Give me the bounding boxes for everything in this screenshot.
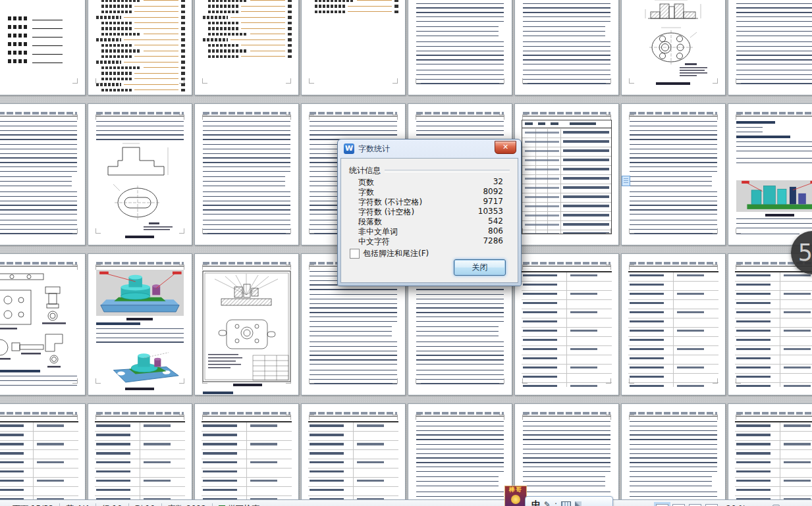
dialog-body: 统计信息 页数32 字数8092 字符数 (不计空格)9717 字符数 (计空格… [340,158,518,283]
review-marker-icon[interactable] [622,176,630,186]
document-page[interactable] [514,0,619,95]
document-page[interactable] [301,0,406,95]
toc-entry [203,32,292,38]
page-header [629,261,718,266]
close-button[interactable]: 关闭 [454,259,506,276]
document-page[interactable] [0,403,86,506]
toc-entry [310,9,398,15]
toc-entry [96,88,185,93]
page-text [310,271,397,387]
checkbox-label: 包括脚注和尾注(F) [363,248,429,259]
outline-view-icon[interactable] [705,504,718,506]
stat-value: 542 [488,216,503,226]
table-of-contents [203,0,292,59]
page-header [522,411,611,417]
stat-label: 字符数 (不计空格) [358,197,422,207]
stat-value: 8092 [483,187,503,197]
page-header [95,261,184,266]
toc-entry [96,65,185,71]
toc-entry [203,26,292,32]
toc-entry [96,9,185,15]
table-of-contents [96,0,185,93]
document-page[interactable] [728,253,812,395]
status-line-indicator: 行 10 [96,503,129,506]
stat-label: 段落数 [358,216,382,226]
document-page[interactable] [0,253,86,395]
status-wordcount-indicator[interactable]: 字数 8092 [162,503,213,506]
tool-menu-icon[interactable] [575,501,582,506]
document-page[interactable] [408,403,512,506]
document-page[interactable] [621,403,726,506]
document-page[interactable] [621,253,726,395]
page-header [95,411,184,417]
document-page[interactable] [514,253,619,395]
two-column-table [95,421,185,506]
document-page[interactable] [88,0,192,95]
table-body [522,129,611,234]
document-page[interactable] [88,103,192,245]
stats-list: 页数32 字数8092 字符数 (不计空格)9717 字符数 (计空格)1035… [358,177,503,246]
fullscreen-view-icon[interactable] [672,504,685,506]
floating-app-icon[interactable]: 棒哥 [504,486,527,506]
two-column-table [628,271,718,387]
document-page[interactable] [194,103,299,245]
page-header [629,411,718,417]
include-footnotes-checkbox[interactable] [350,249,360,259]
two-column-table [0,421,78,506]
document-page[interactable] [301,403,406,506]
page-header [736,111,812,116]
toc-entry [96,20,185,26]
document-page[interactable] [728,403,812,506]
document-page[interactable] [728,103,812,245]
document-page[interactable] [514,103,619,245]
wps-writer-icon: W [344,143,354,154]
toc-entry [203,48,292,54]
print-layout-view-icon[interactable] [656,504,668,506]
stat-value: 10353 [478,207,503,216]
two-column-table [522,271,612,387]
document-page[interactable] [514,403,619,506]
two-column-table [202,421,292,506]
document-page[interactable] [0,0,86,95]
stat-value: 32 [493,177,503,187]
page-header [522,261,611,266]
handwriting-pen-icon[interactable]: ✎ [544,500,551,506]
dialog-titlebar[interactable]: W 字数统计 [338,139,521,158]
stat-label: 中文字符 [358,236,390,246]
soft-keyboard-icon[interactable] [561,501,571,506]
document-page[interactable] [621,0,726,95]
web-layout-view-icon[interactable] [689,504,701,506]
cad-render-image [96,351,184,386]
spell-check-indicator[interactable]: 拼写检查 [213,503,265,506]
word-count-dialog[interactable]: W 字数统计 ✕ 统计信息 页数32 字数8092 字符数 (不计空格)9717… [337,139,522,286]
status-page-indicator: 页面 15/32 [7,503,60,506]
document-page[interactable] [194,0,299,95]
document-page[interactable] [621,103,726,245]
toc-entry [96,48,185,54]
toc-entry [203,37,292,43]
document-page[interactable] [194,253,299,395]
page-header [0,111,78,116]
ime-mode-indicator[interactable]: 中 [531,499,540,506]
page-header [309,411,398,417]
document-page[interactable] [88,253,192,395]
document-page[interactable] [408,0,512,95]
page-text [630,121,717,237]
page-header [416,411,504,417]
page-text [0,121,77,237]
ime-language-bar[interactable]: 中 ✎ : [525,496,613,506]
stat-label: 非中文单词 [358,226,398,236]
toc-entry [96,76,185,82]
page-header [629,111,718,116]
document-page[interactable] [88,403,192,506]
page-header [0,411,78,417]
document-page[interactable] [194,403,299,506]
document-page[interactable] [728,0,812,95]
figure-caption [233,384,262,386]
stat-label: 字数 [358,187,374,197]
toc-entry [96,54,185,60]
close-icon[interactable]: ✕ [495,141,516,154]
document-page[interactable] [0,103,86,245]
page-text [630,421,717,506]
figure-caption [656,82,690,85]
